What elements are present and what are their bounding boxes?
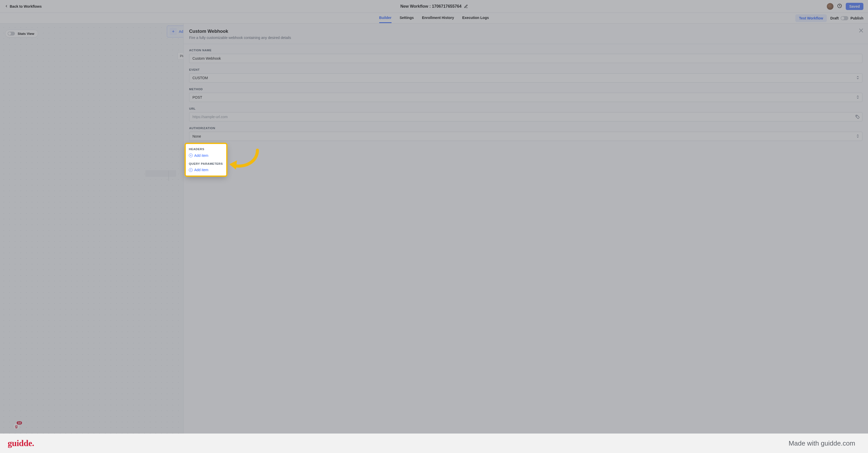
hl-headers-label: HEADERS [189,148,223,151]
history-icon[interactable] [837,3,842,9]
builder-canvas[interactable]: Stats View + Ad Ple Custom Webhook Fire … [0,24,868,453]
event-label: EVENT [189,68,862,71]
query-label: QUERY PARAMETERS [189,161,862,164]
guidde-widget-badge: 14 [17,421,22,425]
saved-button[interactable]: Saved [846,3,863,10]
canvas-ghost-line [168,171,169,181]
tab-execution-logs[interactable]: Execution Logs [462,13,489,23]
url-input[interactable] [189,112,862,121]
publish-toggle[interactable] [841,16,848,20]
plus-icon: + [170,28,177,35]
authorization-select[interactable]: None [189,132,862,141]
user-avatar[interactable] [827,3,833,10]
tab-bar: Builder Settings Enrollment History Exec… [0,13,868,24]
stats-view-pill[interactable]: Stats View [5,30,38,37]
select-caret-icon [857,76,859,80]
footer-attribution: Made with guidde.com [789,440,855,447]
method-select[interactable]: POST [189,93,862,102]
hl-query-add-item[interactable]: + Add item [189,168,208,172]
hl-headers-add-label: Add item [194,153,208,158]
guidde-widget[interactable]: g 14 [13,423,21,430]
event-value: CUSTOM [192,76,208,80]
stats-label: Stats View [18,32,34,36]
canvas-ghost-shape [145,170,176,177]
plus-circle-icon: + [189,168,193,172]
method-label: METHOD [189,88,862,91]
select-caret-icon [857,95,859,100]
event-select[interactable]: CUSTOM [189,73,862,83]
guidde-logo: guidde. [8,438,34,448]
tag-icon[interactable] [855,115,860,119]
action-config-panel: Custom Webhook Fire a fully customizable… [183,24,868,453]
tab-builder[interactable]: Builder [379,13,392,23]
plus-circle-icon: + [189,153,193,157]
panel-title: Custom Webhook [189,29,862,34]
tab-settings[interactable]: Settings [400,13,414,23]
guidde-footer: guidde. Made with guidde.com [0,433,868,453]
hl-query-add-label: Add item [194,168,208,172]
hl-headers-add-item[interactable]: + Add item [189,153,208,158]
close-panel-icon[interactable] [858,28,864,33]
panel-subtitle: Fire a fully customizable webhook contai… [189,36,862,40]
back-to-workflows-link[interactable]: Back to Workflows [5,4,42,9]
authorization-label: AUTHORIZATION [189,126,862,130]
back-label: Back to Workflows [10,4,42,8]
svg-point-3 [857,116,857,116]
tab-enrollment-history[interactable]: Enrollment History [422,13,454,23]
select-caret-icon [857,134,859,139]
highlight-headers-query: HEADERS + Add item QUERY PARAMETERS + Ad… [186,144,226,175]
publish-label: Publish [850,16,863,20]
url-label: URL [189,107,862,110]
method-value: POST [192,95,202,100]
authorization-value: None [192,134,201,138]
draft-label: Draft [830,16,839,20]
action-name-input[interactable] [189,54,862,63]
chevron-left-icon [5,4,8,9]
test-workflow-button[interactable]: Test Workflow [795,15,827,22]
action-name-label: ACTION NAME [189,49,862,52]
stats-toggle[interactable] [8,31,15,35]
headers-label: HEADERS [189,146,862,149]
add-trigger-label: Ad [179,29,183,34]
top-bar: Back to Workflows New Workflow : 1706717… [0,0,868,13]
workflow-title: New Workflow : 1706717655764 [400,4,461,9]
hl-query-label: QUERY PARAMETERS [189,162,223,165]
edit-title-icon[interactable] [464,4,468,8]
